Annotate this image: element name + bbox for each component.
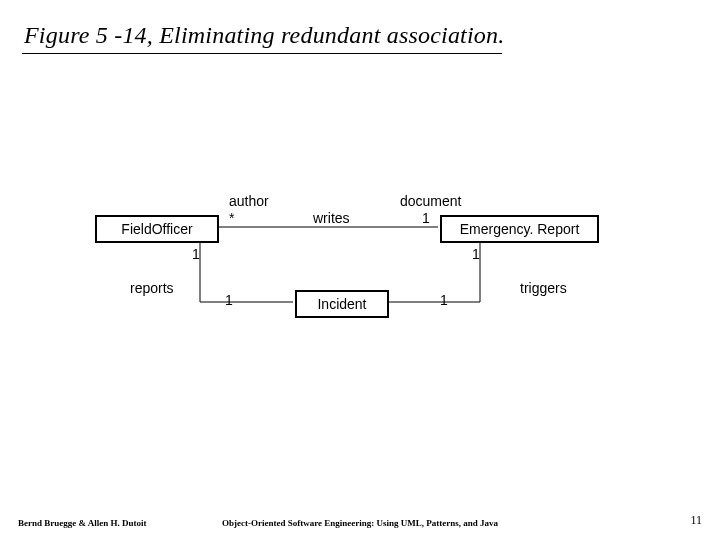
reports-right-mult: 1 <box>225 292 233 308</box>
triggers-left-mult: 1 <box>440 292 448 308</box>
class-fieldofficer: FieldOfficer <box>95 215 219 243</box>
class-emergencyreport: Emergency. Report <box>440 215 599 243</box>
writes-name: writes <box>313 210 350 226</box>
title-underline <box>22 53 502 54</box>
writes-right-role: document <box>400 193 461 209</box>
triggers-right-mult: 1 <box>472 246 480 262</box>
triggers-name: triggers <box>520 280 567 296</box>
writes-left-mult: * <box>229 210 234 226</box>
writes-right-mult: 1 <box>422 210 430 226</box>
association-lines <box>0 0 720 540</box>
class-emergencyreport-label: Emergency. Report <box>460 221 580 237</box>
writes-left-role: author <box>229 193 269 209</box>
class-incident: Incident <box>295 290 389 318</box>
footer-page-number: 11 <box>690 513 702 528</box>
class-incident-label: Incident <box>317 296 366 312</box>
reports-name: reports <box>130 280 174 296</box>
figure-title: Figure 5 -14, Eliminating redundant asso… <box>24 22 504 49</box>
class-fieldofficer-label: FieldOfficer <box>121 221 192 237</box>
footer-book-title: Object-Oriented Software Engineering: Us… <box>0 518 720 528</box>
reports-left-mult: 1 <box>192 246 200 262</box>
